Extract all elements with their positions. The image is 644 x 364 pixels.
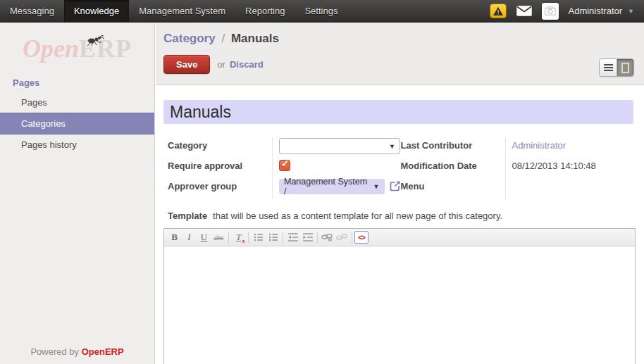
topbar-right: Administrator ▼ xyxy=(490,0,644,22)
powered-by: Powered by OpenERP xyxy=(0,346,154,364)
checkmark-icon: ✓ xyxy=(281,158,290,169)
openerp-app-window: Messaging Knowledge Management System Re… xyxy=(0,0,644,364)
sidebar-item-categories[interactable]: Categories xyxy=(0,113,154,134)
view-switcher xyxy=(599,58,634,77)
template-label: Template xyxy=(168,211,207,221)
outdent-icon[interactable] xyxy=(285,231,300,244)
last-contributor-value: Administrator xyxy=(512,138,566,151)
form-left-column: Category ▼ Require approval ✓ Approver g… xyxy=(168,138,401,199)
ant-icon xyxy=(85,32,113,46)
approver-group-value: Management System / xyxy=(284,177,369,196)
mail-icon[interactable] xyxy=(516,6,532,16)
warning-icon[interactable] xyxy=(490,4,507,18)
sidebar: OpenERP Pages Pages Categories Pages his… xyxy=(0,23,155,364)
form-view-icon xyxy=(621,63,629,73)
top-navigation-bar: Messaging Knowledge Management System Re… xyxy=(0,0,644,23)
toolbar-divider xyxy=(283,232,283,244)
form-fields: Category ▼ Require approval ✓ Approver g… xyxy=(168,138,633,199)
link-icon[interactable] xyxy=(320,231,335,244)
category-name-input[interactable]: Manuals xyxy=(163,100,633,124)
field-label-last-contributor: Last Contributor xyxy=(401,138,505,158)
breadcrumb-current: Manuals xyxy=(231,32,279,45)
editor-toolbar: B I U abc Tx xyxy=(164,229,635,246)
editor-content-area[interactable] xyxy=(164,246,635,364)
indent-icon[interactable] xyxy=(300,231,315,244)
field-label-modification-date: Modification Date xyxy=(401,158,505,179)
template-description: that will be used as a content template … xyxy=(213,211,502,221)
chevron-down-icon: ▼ xyxy=(628,8,634,15)
breadcrumb: Category / Manuals xyxy=(163,32,634,46)
form-right-column: Last Contributor Administrator Modificat… xyxy=(401,138,634,199)
main-content: Category / Manuals Save or Discard Manua… xyxy=(156,23,644,364)
modification-date-value: 08/12/2013 14:10:48 xyxy=(512,158,596,171)
nav-item-settings[interactable]: Settings xyxy=(295,0,347,22)
chevron-down-icon: ▼ xyxy=(389,143,395,150)
toolbar-divider xyxy=(248,232,249,244)
list-view-icon xyxy=(604,64,613,71)
template-rich-text-editor: B I U abc Tx xyxy=(163,228,636,364)
openerp-brand-link[interactable]: OpenERP xyxy=(82,346,124,357)
toolbar-divider xyxy=(317,232,318,244)
breadcrumb-category[interactable]: Category xyxy=(163,32,216,45)
field-label-menu: Menu xyxy=(401,179,505,199)
discard-link[interactable]: Discard xyxy=(230,59,264,70)
bold-icon[interactable]: B xyxy=(167,231,182,244)
category-select[interactable]: ▼ xyxy=(279,138,400,154)
italic-icon[interactable]: I xyxy=(182,231,197,244)
unlink-icon[interactable] xyxy=(335,231,349,244)
template-caption: Templatethat will be used as a content t… xyxy=(168,211,633,221)
toolbar-divider xyxy=(228,232,229,244)
sidebar-item-pages[interactable]: Pages xyxy=(0,92,154,113)
external-link-icon[interactable] xyxy=(389,180,401,192)
field-label-category: Category xyxy=(168,138,272,158)
content-header: Category / Manuals Save or Discard xyxy=(156,23,644,85)
field-label-approver-group: Approver group xyxy=(168,179,272,199)
main-menu: Messaging Knowledge Management System Re… xyxy=(0,0,347,22)
source-code-icon[interactable]: <> xyxy=(354,231,369,244)
or-label: or xyxy=(217,59,225,70)
save-button[interactable]: Save xyxy=(163,55,210,74)
user-name: Administrator xyxy=(569,6,623,16)
nav-item-reporting[interactable]: Reporting xyxy=(235,0,295,22)
breadcrumb-separator: / xyxy=(218,32,228,45)
strikethrough-icon[interactable]: abc xyxy=(211,231,226,244)
avatar[interactable] xyxy=(542,3,559,20)
field-label-require-approval: Require approval xyxy=(168,158,272,179)
numbered-list-icon[interactable] xyxy=(266,231,280,244)
form-view-button[interactable] xyxy=(617,59,633,76)
powered-by-text: Powered by xyxy=(30,346,79,357)
sidebar-item-pages-history[interactable]: Pages history xyxy=(0,134,154,155)
nav-item-messaging[interactable]: Messaging xyxy=(0,0,64,22)
require-approval-checkbox[interactable]: ✓ xyxy=(279,160,290,171)
underline-icon[interactable]: U xyxy=(197,231,211,244)
nav-item-knowledge[interactable]: Knowledge xyxy=(64,0,129,22)
sidebar-section-title: Pages xyxy=(0,68,154,92)
toolbar-divider xyxy=(352,232,352,244)
chevron-down-icon: ▼ xyxy=(373,183,380,190)
nav-item-management-system[interactable]: Management System xyxy=(129,0,235,22)
bullet-list-icon[interactable] xyxy=(251,231,266,244)
openerp-logo: OpenERP xyxy=(23,34,132,63)
logo-open-text: Open xyxy=(23,34,79,63)
user-menu[interactable]: Administrator ▼ xyxy=(569,6,635,16)
approver-group-select[interactable]: Management System / ▼ xyxy=(279,179,385,194)
list-view-button[interactable] xyxy=(600,59,617,76)
remove-format-icon[interactable]: Tx xyxy=(231,231,246,244)
form-actions: Save or Discard xyxy=(163,55,634,74)
category-form: Manuals Category ▼ Require approval ✓ xyxy=(156,100,644,364)
